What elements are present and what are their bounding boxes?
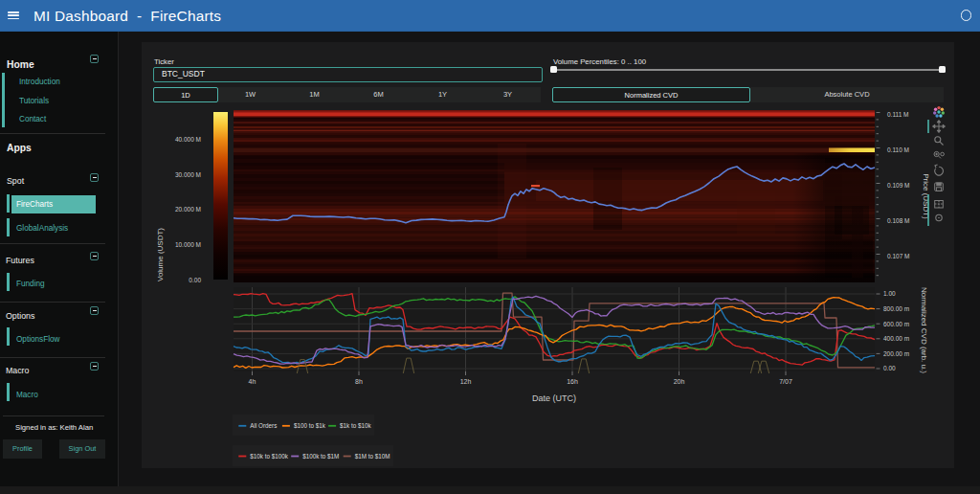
svg-text:Date (UTC): Date (UTC) [532,393,576,403]
svg-text:1.00: 1.00 [883,290,896,297]
svg-text:30.000 M: 30.000 M [175,171,201,178]
svg-text:$1M to $10M: $1M to $10M [355,453,390,460]
svg-text:800.00 m: 800.00 m [883,305,909,312]
svg-text:7/07: 7/07 [779,378,792,385]
svg-text:600.00 m: 600.00 m [883,321,909,327]
svg-text:16h: 16h [567,378,578,385]
svg-text:$100k to $1M: $100k to $1M [302,453,339,460]
svg-text:8h: 8h [355,378,363,385]
svg-text:20h: 20h [674,378,685,385]
svg-text:Volume (USDT): Volume (USDT) [156,228,165,281]
svg-text:$1k to $10k: $1k to $10k [340,422,371,429]
svg-text:200.00 m: 200.00 m [883,350,909,357]
svg-text:0.00: 0.00 [883,365,896,371]
svg-text:$10k to $100k: $10k to $100k [250,453,288,460]
svg-text:Normalized CVD (arb. u.): Normalized CVD (arb. u.) [920,287,928,373]
svg-text:0.111 M: 0.111 M [887,111,909,118]
svg-text:All Orders: All Orders [250,422,277,429]
svg-text:40.000 M: 40.000 M [175,136,201,143]
svg-text:0.00: 0.00 [189,277,201,283]
svg-text:0.109 M: 0.109 M [887,182,910,189]
svg-text:12h: 12h [460,378,472,385]
svg-text:10.000 M: 10.000 M [175,241,201,248]
svg-text:400.00 m: 400.00 m [883,335,909,342]
svg-text:0.108 M: 0.108 M [887,217,910,224]
svg-text:4h: 4h [249,378,256,385]
svg-text:20.000 M: 20.000 M [175,206,201,213]
svg-text:$100 to $1k: $100 to $1k [294,422,326,429]
svg-text:0.107 M: 0.107 M [887,253,910,259]
svg-text:0.110 M: 0.110 M [887,146,909,153]
